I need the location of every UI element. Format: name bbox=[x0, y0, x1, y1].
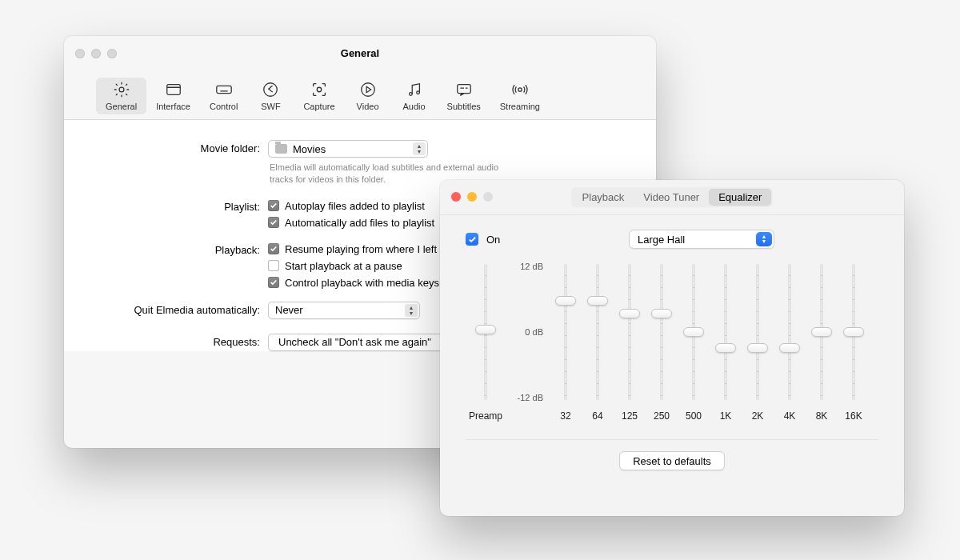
band-slider-64[interactable] bbox=[582, 262, 614, 402]
band-slider-4K[interactable] bbox=[774, 262, 806, 402]
tab-interface[interactable]: Interface bbox=[146, 78, 200, 114]
tab-label: Video bbox=[357, 102, 379, 111]
eq-titlebar: Playback Video Tuner Equalizer bbox=[440, 180, 904, 215]
svg-point-18 bbox=[518, 88, 522, 91]
keyboard-icon bbox=[214, 81, 234, 98]
gain-scale: 12 dB 0 dB -12 dB bbox=[506, 262, 550, 402]
playlist-label: Playlist: bbox=[88, 198, 268, 213]
separator bbox=[466, 439, 878, 440]
tab-video-tuner[interactable]: Video Tuner bbox=[634, 189, 709, 206]
tab-control[interactable]: Control bbox=[200, 78, 247, 114]
checkbox-label: Resume playing from where I left off bbox=[285, 243, 451, 255]
play-icon bbox=[358, 81, 378, 98]
tab-equalizer[interactable]: Equalizer bbox=[709, 189, 771, 206]
tab-playback[interactable]: Playback bbox=[573, 189, 634, 206]
tab-audio[interactable]: Audio bbox=[391, 78, 438, 114]
reset-button[interactable]: Reset to defaults bbox=[619, 451, 725, 470]
checkbox-label: Start playback at a pause bbox=[285, 260, 402, 272]
tab-general[interactable]: General bbox=[96, 78, 146, 114]
eq-tabs: Playback Video Tuner Equalizer bbox=[571, 187, 774, 207]
prefs-titlebar: General bbox=[64, 36, 656, 78]
prefs-title: General bbox=[64, 47, 656, 59]
band-label-1K: 1K bbox=[710, 402, 742, 422]
tab-swf[interactable]: SWF bbox=[247, 78, 294, 114]
band-slider-250[interactable] bbox=[646, 262, 678, 402]
button-label: Reset to defaults bbox=[633, 455, 711, 467]
band-slider-8K[interactable] bbox=[806, 262, 838, 402]
band-slider-500[interactable] bbox=[678, 262, 710, 402]
checkbox-label: Control playback with media keys bbox=[285, 277, 439, 289]
scale-top: 12 dB bbox=[506, 262, 543, 271]
movie-folder-value: Movies bbox=[293, 143, 326, 155]
folder-icon bbox=[275, 144, 287, 154]
tab-label: Audio bbox=[402, 102, 425, 111]
band-slider-16K[interactable] bbox=[838, 262, 870, 402]
tab-streaming[interactable]: Streaming bbox=[490, 78, 550, 114]
band-labels: Preamp 32641252505001K2K4K8K16K bbox=[461, 402, 883, 422]
tab-label: General bbox=[106, 102, 137, 111]
check-icon bbox=[268, 200, 279, 211]
capture-icon bbox=[309, 81, 330, 98]
quit-select[interactable]: Never ▲▼ bbox=[268, 302, 420, 319]
band-label-125: 125 bbox=[614, 402, 646, 422]
button-label: Uncheck all "Don't ask me again" bbox=[278, 336, 431, 348]
eq-body: On Large Hall ▲▼ 12 dB 0 dB -12 dB Pream… bbox=[440, 215, 904, 482]
streaming-icon bbox=[510, 81, 530, 98]
movie-folder-select[interactable]: Movies ▲▼ bbox=[268, 140, 428, 158]
tab-label: Control bbox=[210, 102, 238, 111]
svg-rect-15 bbox=[457, 85, 470, 94]
band-label-500: 500 bbox=[678, 402, 710, 422]
tab-capture[interactable]: Capture bbox=[294, 78, 344, 114]
preamp-slider[interactable] bbox=[466, 262, 506, 402]
scale-mid: 0 dB bbox=[506, 327, 543, 337]
chevron-updown-icon: ▲▼ bbox=[405, 304, 418, 317]
band-label-16K: 16K bbox=[838, 402, 870, 422]
window-controls[interactable] bbox=[451, 192, 493, 202]
eq-on-checkbox[interactable] bbox=[466, 233, 478, 246]
band-slider-32[interactable] bbox=[550, 262, 582, 402]
band-slider-2K[interactable] bbox=[742, 262, 774, 402]
band-label-8K: 8K bbox=[806, 402, 838, 422]
tab-label: SWF bbox=[261, 102, 280, 111]
close-icon[interactable] bbox=[451, 192, 461, 202]
check-icon bbox=[268, 260, 279, 271]
checkbox-label: Autoplay files added to playlist bbox=[285, 200, 425, 212]
svg-rect-1 bbox=[166, 85, 180, 95]
band-slider-125[interactable] bbox=[614, 262, 646, 402]
gear-icon bbox=[111, 81, 132, 98]
tab-subtitles[interactable]: Subtitles bbox=[438, 78, 490, 114]
tab-label: Subtitles bbox=[447, 102, 481, 111]
svg-point-11 bbox=[317, 87, 322, 92]
check-icon bbox=[268, 243, 279, 254]
tab-label: Interface bbox=[156, 102, 190, 111]
tab-label: Streaming bbox=[500, 102, 540, 111]
minimize-icon[interactable] bbox=[467, 192, 477, 202]
tab-label: Capture bbox=[303, 102, 334, 111]
equalizer-window: Playback Video Tuner Equalizer On Large … bbox=[440, 180, 904, 516]
band-label-32: 32 bbox=[550, 402, 582, 422]
svg-rect-3 bbox=[217, 86, 231, 93]
band-label-2K: 2K bbox=[742, 402, 774, 422]
check-icon bbox=[268, 277, 279, 288]
requests-label: Requests: bbox=[88, 334, 268, 348]
check-icon bbox=[268, 217, 279, 228]
preset-select[interactable]: Large Hall ▲▼ bbox=[629, 230, 774, 249]
playback-label: Playback: bbox=[88, 242, 268, 256]
subtitles-icon bbox=[454, 81, 474, 98]
movie-folder-label: Movie folder: bbox=[88, 140, 268, 154]
scale-bot: -12 dB bbox=[506, 393, 543, 402]
svg-point-14 bbox=[416, 91, 419, 94]
prefs-toolbar: General Interface Control SWF Capture Vi… bbox=[64, 78, 656, 120]
preset-value: Large Hall bbox=[638, 234, 685, 246]
zoom-icon[interactable] bbox=[483, 192, 493, 202]
eq-sliders: 12 dB 0 dB -12 dB bbox=[461, 262, 883, 402]
window-icon bbox=[163, 81, 184, 98]
band-slider-1K[interactable] bbox=[710, 262, 742, 402]
quit-value: Never bbox=[275, 304, 303, 316]
flash-icon bbox=[260, 81, 281, 98]
svg-point-12 bbox=[361, 83, 374, 97]
band-label-64: 64 bbox=[582, 402, 614, 422]
chevron-updown-icon: ▲▼ bbox=[413, 142, 426, 155]
band-label-250: 250 bbox=[646, 402, 678, 422]
tab-video[interactable]: Video bbox=[345, 78, 391, 114]
